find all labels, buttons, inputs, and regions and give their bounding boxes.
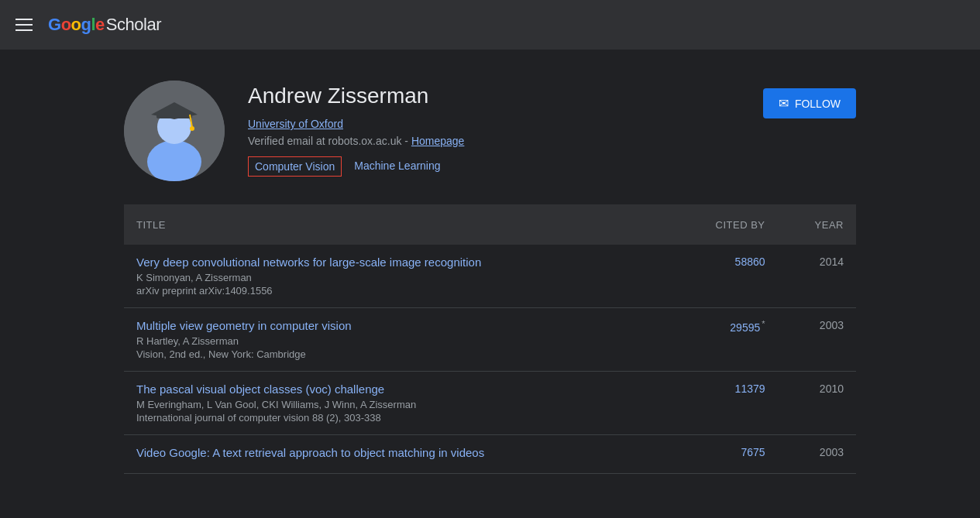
table-row: Very deep convolutional networks for lar… (124, 245, 856, 308)
paper-title-link[interactable]: Video Google: A text retrieval approach … (136, 446, 656, 459)
profile-email: Verified email at robots.ox.ac.uk - Home… (248, 135, 740, 147)
title-column-header: TITLE (124, 204, 669, 245)
profile-info: Andrew Zisserman University of Oxford Ve… (248, 81, 740, 177)
follow-button[interactable]: ✉ FOLLOW (763, 88, 856, 118)
year-value: 2003 (778, 435, 856, 474)
paper-title-cell: Video Google: A text retrieval approach … (124, 435, 669, 474)
year-value: 2010 (778, 372, 856, 435)
table-row: Video Google: A text retrieval approach … (124, 435, 856, 474)
logo-scholar-text: Scholar (106, 15, 161, 35)
svg-point-6 (190, 126, 194, 131)
year-value: 2003 (778, 308, 856, 372)
asterisk-mark: * (762, 319, 765, 328)
paper-venue: Vision, 2nd ed., New York: Cambridge (136, 348, 656, 360)
paper-title-link[interactable]: Very deep convolutional networks for lar… (136, 256, 656, 269)
paper-title-link[interactable]: Multiple view geometry in computer visio… (136, 319, 656, 332)
paper-title-link[interactable]: The pascal visual object classes (voc) c… (136, 382, 656, 396)
table-header-row: TITLE CITED BY YEAR (124, 204, 856, 245)
profile-name: Andrew Zisserman (248, 84, 740, 108)
papers-table: TITLE CITED BY YEAR Very deep convolutio… (124, 204, 856, 474)
menu-icon[interactable] (12, 15, 36, 34)
paper-authors: M Everingham, L Van Gool, CKI Williams, … (136, 399, 656, 410)
affiliation-link[interactable]: University of Oxford (248, 118, 740, 130)
paper-title-cell: Very deep convolutional networks for lar… (124, 245, 669, 308)
paper-authors: K Simonyan, A Zisserman (136, 272, 656, 283)
year-value: 2014 (778, 245, 856, 308)
cited-by-column-header: CITED BY (669, 204, 777, 245)
homepage-link[interactable]: Homepage (411, 135, 465, 147)
cited-by-value[interactable]: 58860 (669, 245, 777, 308)
cited-by-value[interactable]: 29595* (669, 308, 777, 372)
cited-by-value[interactable]: 7675 (669, 435, 777, 474)
logo: Google Scholar (48, 15, 161, 35)
paper-authors: R Hartley, A Zisserman (136, 335, 656, 347)
avatar (124, 81, 225, 181)
profile-section: Andrew Zisserman University of Oxford Ve… (0, 50, 980, 204)
cited-by-value[interactable]: 11379 (669, 372, 777, 435)
tag-computer-vision[interactable]: Computer Vision (248, 156, 342, 177)
table-row: The pascal visual object classes (voc) c… (124, 372, 856, 435)
paper-venue: arXiv preprint arXiv:1409.1556 (136, 285, 656, 297)
follow-label: FOLLOW (795, 98, 841, 110)
email-icon: ✉ (779, 96, 789, 111)
year-column-header: YEAR (778, 204, 856, 245)
table-row: Multiple view geometry in computer visio… (124, 308, 856, 372)
header: Google Scholar (0, 0, 980, 50)
paper-title-cell: Multiple view geometry in computer visio… (124, 308, 669, 372)
tag-machine-learning[interactable]: Machine Learning (348, 156, 446, 177)
paper-venue: International journal of computer vision… (136, 412, 656, 424)
paper-title-cell: The pascal visual object classes (voc) c… (124, 372, 669, 435)
profile-tags: Computer Vision Machine Learning (248, 156, 740, 177)
